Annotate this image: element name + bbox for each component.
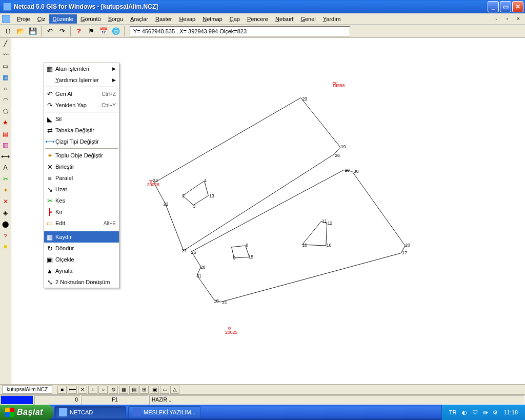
menu-item[interactable]: ✕Birleştir [44,161,119,172]
line-icon[interactable]: ╱ [1,38,11,49]
menu-görüntü[interactable]: Görüntü [77,14,105,24]
tb-btn[interactable]: ⊚ [109,386,118,394]
tray-icon[interactable]: 🕪 [481,408,489,416]
menu-araçlar[interactable]: Araçlar [127,14,152,24]
disk-icon[interactable]: ⬤ [1,219,11,229]
menu-item[interactable]: ↶Geri AlCtrl+Z [44,88,119,99]
menu-netmap[interactable]: Netmap [199,14,226,24]
text-icon[interactable]: A [1,163,11,173]
rect-icon[interactable]: ▭ [1,61,11,71]
block-icon[interactable]: ▦ [1,72,11,83]
svg-text:20: 20 [405,243,410,248]
menu-item[interactable]: ▲Aynala [44,265,119,276]
menu-item[interactable]: ↻Döndür [44,243,119,254]
menu-item-label: Toplu Obje Değiştir [55,152,116,158]
mdi-controls[interactable]: - ▫ × [495,16,522,22]
tray-icon[interactable]: ⚙ [491,408,499,416]
menu-item[interactable]: ▣Ölçekle [44,254,119,265]
tb-btn[interactable]: ✕ [78,386,87,394]
menu-item[interactable]: ┣Kır [44,206,119,217]
menu-hesap[interactable]: Hesap [175,14,199,24]
tb-btn[interactable]: ▤ [129,386,138,394]
start-button[interactable]: Başlat [0,405,53,420]
menu-pencere[interactable]: Pencere [244,14,272,24]
save-icon[interactable]: 💾 [27,26,38,37]
poly-icon[interactable]: ⬠ [1,106,11,116]
help-icon[interactable]: ? [73,26,85,37]
menu-item-label: Kes [55,197,116,204]
undo-icon[interactable]: ↶ [44,26,55,37]
menu-item[interactable]: ⇄Tabaka Değiştir [44,125,119,136]
arc-icon[interactable]: ◠ [1,95,11,105]
menu-item[interactable]: ✦Toplu Obje Değiştir [44,150,119,161]
clock: 11:18 [503,409,518,415]
cross-icon[interactable]: ✕ [1,196,11,207]
tabbar: kutupsalAlim.NCZ ■ ⟵ ✕ ↕ ○ ⊚ ▦ ▤ ⊞ ▣ ▭ △ [0,384,525,394]
flag-icon[interactable]: ⚑ [86,26,97,37]
menu-proje[interactable]: Proje [13,14,34,24]
cut-icon[interactable]: ✂ [1,174,11,184]
svg-text:16: 16 [327,243,332,248]
menu-item[interactable]: ▦Kaydır [44,231,119,243]
menu-item-icon: ↶ [44,88,55,99]
menu-item[interactable]: ↘Uzat [44,184,119,195]
menu-item-label: Tabaka Değiştir [55,127,116,133]
menu-item[interactable]: ▦Alan İşlemleri▶ [44,63,119,74]
tr-icon[interactable]: ▿ [1,230,11,241]
hatch1-icon[interactable]: ▤ [1,129,11,139]
taskbar-button-word[interactable]: MESLEKİ YAZILIM... [128,406,200,418]
y-icon[interactable]: ■ [1,242,11,252]
star-icon[interactable]: ★ [1,117,11,128]
tb-btn[interactable]: △ [170,386,179,394]
menu-netsurf[interactable]: Netsurf [272,14,297,24]
polyline-icon[interactable]: 〰 [1,50,11,60]
open-icon[interactable]: 📂 [15,26,26,37]
menubar: ProjeÇizDüzenleGörüntüSorguAraçlarRaster… [0,13,525,25]
menu-item[interactable]: ▭EditAlt+E [44,217,119,229]
menu-genel[interactable]: Genel [297,14,319,24]
menu-item[interactable]: ⟷Çizgi Tipi Değiştir [44,136,119,147]
hatch2-icon[interactable]: ▥ [1,140,11,150]
menu-yardım[interactable]: Yardım [319,14,345,24]
menu-item[interactable]: ≡Paralel [44,172,119,184]
menu-raster[interactable]: Raster [152,14,175,24]
menu-sorgu[interactable]: Sorgu [105,14,127,24]
maximize-button[interactable]: ▭ [500,1,511,12]
close-button[interactable]: ✕ [512,1,523,12]
tb-btn[interactable]: ▣ [150,386,159,394]
menu-item[interactable]: Yardımcı İşlemler▶ [44,74,119,86]
menu-item[interactable]: ✂Kes [44,195,119,206]
statusbar: 0 F1 HAZIR ... [0,394,525,405]
svg-text:8: 8 [246,243,249,248]
tb-btn[interactable]: ▭ [160,386,169,394]
tray-icon[interactable]: ◐ [460,408,469,416]
document-tab[interactable]: kutupsalAlim.NCZ [2,385,52,394]
dim-icon[interactable]: ⟷ [1,151,11,162]
menu-çiz[interactable]: Çiz [34,14,49,24]
menu-item[interactable]: ◣Sil [44,113,119,125]
new-icon[interactable]: 🗋 [3,26,14,37]
minimize-button[interactable]: _ [488,1,499,12]
menu-item[interactable]: ↷Yeniden YapCtrl+Y [44,99,119,111]
svg-text:20025: 20025 [225,330,237,335]
menu-çap[interactable]: Çap [226,14,244,24]
tb-btn[interactable]: ⟵ [68,386,77,394]
world-icon[interactable]: 🌐 [110,26,122,37]
tb-btn[interactable]: ⊞ [139,386,149,394]
tray-icon[interactable]: 🛡 [471,408,479,416]
taskbar-button-netcad[interactable]: NETCAD [54,406,126,418]
circle-icon[interactable]: ○ [1,84,11,94]
tb-btn[interactable]: ▦ [119,386,128,394]
star2-icon[interactable]: ✦ [1,185,11,195]
menu-item[interactable]: ⤡2 Noktadan Dönüşüm [44,276,119,288]
tb-btn[interactable]: ■ [57,386,67,394]
m1-icon[interactable]: ◈ [1,208,11,218]
menu-düzenle[interactable]: Düzenle [49,14,77,24]
language-indicator[interactable]: TR [449,409,457,415]
system-tray[interactable]: TR ◐ 🛡 🕪 ⚙ 11:18 [441,405,525,420]
tb-btn[interactable]: ↕ [88,386,97,394]
status-color[interactable] [1,395,33,405]
redo-icon[interactable]: ↷ [56,26,68,37]
calendar-icon[interactable]: 📅 [98,26,109,37]
tb-btn[interactable]: ○ [98,386,108,394]
